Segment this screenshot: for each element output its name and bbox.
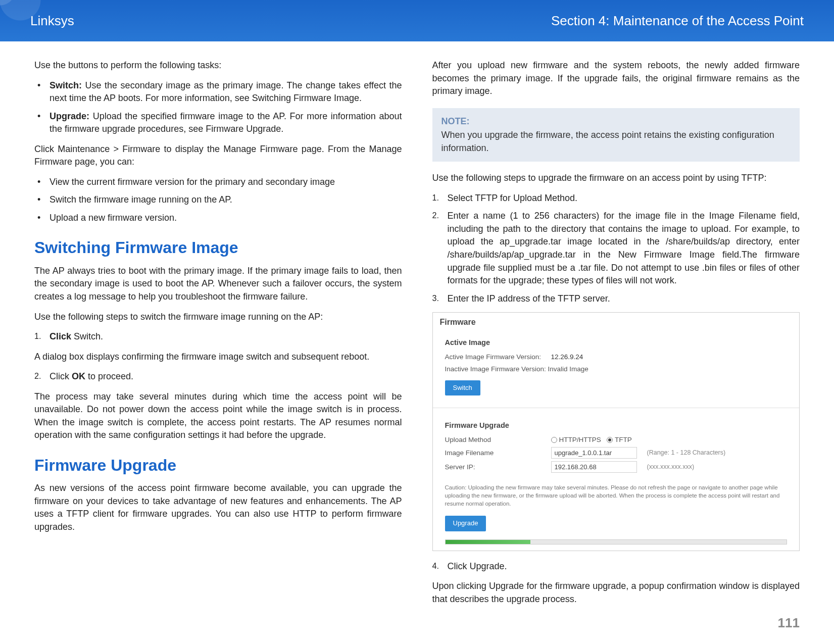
upgrade-para-1: As new versions of the access point firm… <box>34 482 402 533</box>
ss-progress-bar <box>445 539 788 544</box>
ss-caution-text: Caution: Uploading the new firmware may … <box>433 480 800 512</box>
ss-server-ip-input[interactable] <box>551 461 637 473</box>
ss-server-ip-row: Server IP: (xxx.xxx.xxx.xxx) <box>445 461 788 473</box>
step-number: 1. <box>432 192 439 204</box>
ss-active-image-heading: Active Image <box>445 337 788 348</box>
bullet-upgrade-text: Upload the specified firmware image to t… <box>50 111 402 134</box>
left-click-path: Click Maintenance > Firmware to display … <box>34 143 402 169</box>
bullet-switch-image: Switch the firmware image running on the… <box>34 193 402 207</box>
radio-icon <box>607 437 613 443</box>
bullet-upload: Upload a new firmware version. <box>34 212 402 225</box>
brand-label: Linksys <box>30 13 74 29</box>
ss-server-ip-label: Server IP: <box>445 462 551 472</box>
ss-upgrade-heading: Firmware Upgrade <box>445 420 788 431</box>
tftp-step-4: 4. Click Upgrade. <box>432 560 800 573</box>
ss-range-hint: (Range: 1 - 128 Characters) <box>647 449 726 458</box>
ss-image-filename-input[interactable] <box>551 447 637 459</box>
bullet-switch-label: Switch: <box>50 80 82 90</box>
step-number: 2. <box>34 371 41 382</box>
step-number: 3. <box>432 293 439 305</box>
bullet-view: View the current firmware version for th… <box>34 176 402 189</box>
bullet-switch: Switch: Use the secondary image as the p… <box>34 79 402 105</box>
bullet-switch-text: Use the secondary image as the primary i… <box>50 80 402 104</box>
tftp-step-3: 3. Enter the IP address of the TFTP serv… <box>432 292 800 306</box>
ss-active-image-section: Active Image Active Image Firmware Versi… <box>433 329 800 404</box>
switch-step-2: 2. Click OK to proceed. <box>34 370 402 383</box>
action-bullets: View the current firmware version for th… <box>34 176 402 225</box>
section-title: Section 4: Maintenance of the Access Poi… <box>551 13 804 29</box>
ss-upgrade-section: Firmware Upgrade Upload Method HTTP/HTTP… <box>433 412 800 480</box>
ss-upgrade-btn-wrap: Upgrade <box>433 512 800 536</box>
left-column: Use the buttons to perform the following… <box>34 59 402 613</box>
ss-title: Firmware <box>433 313 800 329</box>
note-box: NOTE: When you upgrade the firmware, the… <box>432 108 800 162</box>
ss-upload-method-label: Upload Method <box>445 435 551 444</box>
ss-active-version-row: Active Image Firmware Version: 12.26.9.2… <box>445 352 788 362</box>
tftp-step-2: 2. Enter a name (1 to 256 characters) fo… <box>432 210 800 287</box>
ss-image-filename-label: Image Filename <box>445 448 551 458</box>
right-para-steps: Use the following steps to upgrade the f… <box>432 172 800 185</box>
step-text: Select TFTP for Upload Method. <box>448 193 577 203</box>
switch-para-1: The AP always tries to boot with the pri… <box>34 265 402 304</box>
switch-step-2-post: to proceed. <box>85 371 133 381</box>
step-text: Enter a name (1 to 256 characters) for t… <box>448 211 800 285</box>
content-columns: Use the buttons to perform the following… <box>0 41 834 613</box>
page: Linksys Section 4: Maintenance of the Ac… <box>0 0 834 644</box>
firmware-screenshot: Firmware Active Image Active Image Firmw… <box>432 312 800 551</box>
ss-upgrade-button[interactable]: Upgrade <box>445 516 486 531</box>
header-bar: Linksys Section 4: Maintenance of the Ac… <box>0 0 834 41</box>
ss-switch-button[interactable]: Switch <box>445 380 480 395</box>
divider <box>433 408 800 408</box>
heading-switching: Switching Firmware Image <box>34 236 402 259</box>
switch-para-3: A dialog box displays confirming the fir… <box>34 351 402 364</box>
switch-step-2-pre: Click <box>50 371 72 381</box>
ss-ip-hint: (xxx.xxx.xxx.xxx) <box>647 463 695 472</box>
right-column: After you upload new firmware and the sy… <box>432 59 800 613</box>
bullet-upgrade-label: Upgrade: <box>50 111 89 121</box>
page-number: 111 <box>778 615 800 631</box>
switch-para-2: Use the following steps to switch the fi… <box>34 311 402 324</box>
heading-upgrade: Firmware Upgrade <box>34 454 402 477</box>
switch-steps-2: 2. Click OK to proceed. <box>34 370 402 383</box>
switch-step-1-bold: Click <box>50 331 71 341</box>
radio-icon <box>551 437 557 443</box>
step-text: Click Upgrade. <box>448 561 507 571</box>
switch-step-2-bold: OK <box>72 371 85 381</box>
switch-steps: 1. Click Switch. <box>34 330 402 343</box>
switch-step-1-rest: Switch. <box>71 331 103 341</box>
ss-inactive-version-text: Inactive Image Firmware Version: Invalid… <box>445 364 588 374</box>
step-number: 2. <box>432 210 439 222</box>
bullet-upgrade: Upgrade: Upload the specified firmware i… <box>34 110 402 136</box>
ss-http-radio[interactable]: HTTP/HTTPS <box>551 435 601 444</box>
tftp-steps: 1. Select TFTP for Upload Method. 2. Ent… <box>432 192 800 305</box>
note-title: NOTE: <box>441 115 791 128</box>
tftp-step-4-list: 4. Click Upgrade. <box>432 560 800 573</box>
ss-tftp-radio[interactable]: TFTP <box>607 435 632 444</box>
ss-upload-method-row: Upload Method HTTP/HTTPS TFTP <box>445 435 788 444</box>
note-text: When you upgrade the firmware, the acces… <box>441 129 791 155</box>
ss-inactive-version-row: Inactive Image Firmware Version: Invalid… <box>445 364 788 374</box>
task-bullets: Switch: Use the secondary image as the p… <box>34 79 402 136</box>
left-intro: Use the buttons to perform the following… <box>34 59 402 72</box>
switch-para-4: The process may take several minutes dur… <box>34 390 402 442</box>
switch-step-1: 1. Click Switch. <box>34 330 402 343</box>
right-para-upon: Upon clicking Upgrade for the firmware u… <box>432 580 800 606</box>
ss-image-filename-row: Image Filename (Range: 1 - 128 Character… <box>445 447 788 459</box>
step-number: 1. <box>34 331 41 342</box>
ss-active-version-value: 12.26.9.24 <box>551 352 647 362</box>
step-number: 4. <box>432 561 439 572</box>
ss-tftp-label: TFTP <box>615 436 632 443</box>
tftp-step-1: 1. Select TFTP for Upload Method. <box>432 192 800 205</box>
right-para-after: After you upload new firmware and the sy… <box>432 59 800 98</box>
ss-http-label: HTTP/HTTPS <box>559 436 601 443</box>
ss-active-version-label: Active Image Firmware Version: <box>445 352 551 362</box>
step-text: Enter the IP address of the TFTP server. <box>448 293 610 304</box>
